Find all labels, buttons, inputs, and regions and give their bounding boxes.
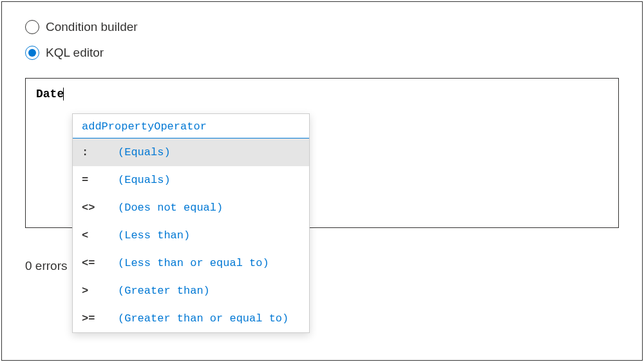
autocomplete-item[interactable]: > (Greater than) [73, 277, 309, 305]
autocomplete-popup: addPropertyOperator : (Equals) = (Equals… [72, 113, 310, 333]
radio-kql-editor[interactable]: KQL editor [25, 46, 619, 60]
autocomplete-item[interactable]: < (Less than) [73, 222, 309, 249]
autocomplete-item[interactable]: <> (Does not equal) [73, 194, 309, 222]
operator-description: (Equals) [118, 146, 171, 158]
editor-text: Date [36, 88, 64, 100]
operator-symbol: > [82, 285, 118, 297]
radio-label: KQL editor [46, 46, 104, 60]
operator-symbol: <= [82, 257, 118, 269]
radio-label: Condition builder [46, 20, 138, 34]
operator-symbol: : [82, 146, 118, 158]
radio-icon [25, 20, 39, 34]
operator-description: (Greater than) [118, 285, 210, 297]
radio-condition-builder[interactable]: Condition builder [25, 20, 619, 34]
mode-radio-group: Condition builder KQL editor [25, 20, 619, 60]
operator-description: (Does not equal) [118, 202, 223, 214]
operator-description: (Less than) [118, 229, 190, 242]
panel-frame: Condition builder KQL editor Date 0 erro… [1, 1, 643, 361]
autocomplete-header: addPropertyOperator [73, 114, 309, 138]
text-cursor-icon [63, 88, 64, 100]
autocomplete-item[interactable]: : (Equals) [73, 138, 309, 166]
operator-symbol: < [82, 229, 118, 242]
autocomplete-item[interactable]: <= (Less than or equal to) [73, 249, 309, 277]
autocomplete-item[interactable]: = (Equals) [73, 166, 309, 194]
operator-description: (Greater than or equal to) [118, 312, 289, 325]
radio-icon [25, 46, 39, 60]
autocomplete-item[interactable]: >= (Greater than or equal to) [73, 305, 309, 332]
operator-symbol: >= [82, 312, 118, 325]
operator-description: (Equals) [118, 174, 171, 186]
radio-dot-icon [28, 49, 36, 57]
autocomplete-list: : (Equals) = (Equals) <> (Does not equal… [73, 138, 309, 332]
operator-symbol: <> [82, 202, 118, 214]
operator-description: (Less than or equal to) [118, 257, 269, 269]
operator-symbol: = [82, 174, 118, 186]
